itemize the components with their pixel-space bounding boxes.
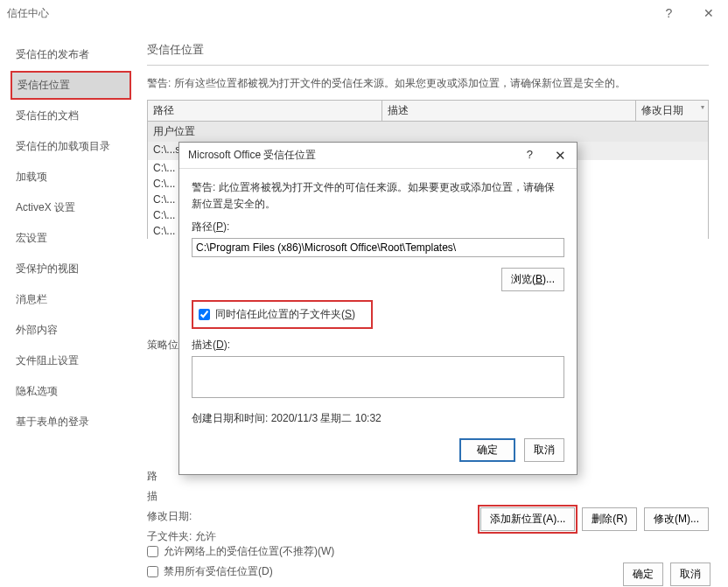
window-title: 信任中心 <box>7 6 49 21</box>
subfolders-checkbox[interactable] <box>199 309 210 320</box>
col-desc[interactable]: 描述 <box>382 101 636 121</box>
sidebar-item-form-login[interactable]: 基于表单的登录 <box>10 408 131 437</box>
sidebar-item-privacy[interactable]: 隐私选项 <box>10 377 131 406</box>
dialog-titlebar: Microsoft Office 受信任位置 ? ✕ <box>179 143 577 169</box>
sidebar-item-macro[interactable]: 宏设置 <box>10 224 131 253</box>
table-header: 路径 描述 修改日期 <box>147 100 709 122</box>
page-title: 受信任位置 <box>147 42 709 66</box>
dialog-title-text: Microsoft Office 受信任位置 <box>188 148 316 163</box>
description-input[interactable] <box>192 356 564 398</box>
close-icon[interactable]: ✕ <box>689 0 728 26</box>
allow-network-input[interactable] <box>147 546 158 557</box>
detail-desc-label: 描 <box>147 489 709 504</box>
col-date[interactable]: 修改日期 <box>636 101 708 121</box>
footer: 确定 取消 <box>0 560 728 587</box>
desc-label: 描述(D): <box>192 338 564 353</box>
sidebar-item-trusted-addins[interactable]: 受信任的加载项目录 <box>10 132 131 161</box>
group-user-locations: 用户位置 <box>147 122 709 142</box>
dialog-warning: 警告: 此位置将被视为打开文件的可信任来源。如果要更改或添加位置，请确保新位置是… <box>192 179 564 213</box>
add-location-button[interactable]: 添加新位置(A)... <box>480 507 575 531</box>
sidebar-item-trusted-locations[interactable]: 受信任位置 <box>10 71 131 100</box>
col-path[interactable]: 路径 <box>148 101 382 121</box>
warning-text: 警告: 所有这些位置都被视为打开文件的受信任来源。如果您更改或添加位置，请确保新… <box>147 76 709 91</box>
sidebar-item-addins[interactable]: 加载项 <box>10 163 131 192</box>
sidebar-item-external[interactable]: 外部内容 <box>10 316 131 345</box>
sidebar-item-activex[interactable]: ActiveX 设置 <box>10 193 131 222</box>
allow-network-checkbox[interactable]: 允许网络上的受信任位置(不推荐)(W) <box>147 544 334 559</box>
dialog-ok-button[interactable]: 确定 <box>459 438 515 462</box>
sidebar-item-trusted-docs[interactable]: 受信任的文档 <box>10 101 131 130</box>
remove-button[interactable]: 删除(R) <box>582 507 637 531</box>
help-icon[interactable]: ? <box>649 0 689 26</box>
modify-button[interactable]: 修改(M)... <box>644 507 709 531</box>
sidebar: 受信任的发布者 受信任位置 受信任的文档 受信任的加载项目录 加载项 Activ… <box>0 26 131 560</box>
titlebar: 信任中心 ? ✕ <box>0 0 728 26</box>
sidebar-item-file-block[interactable]: 文件阻止设置 <box>10 346 131 375</box>
location-actions: 添加新位置(A)... 删除(R) 修改(M)... <box>480 507 709 531</box>
subfolders-label: 同时信任此位置的子文件夹(S) <box>215 307 355 322</box>
browse-button[interactable]: 浏览(B)... <box>501 268 564 291</box>
window-controls: ? ✕ <box>649 0 728 26</box>
dialog-body: 警告: 此位置将被视为打开文件的可信任来源。如果要更改或添加位置，请确保新位置是… <box>179 169 577 474</box>
detail-subfolders: 子文件夹: 允许 <box>147 529 709 544</box>
disable-all-input[interactable] <box>147 566 158 577</box>
subfolders-checkbox-row[interactable]: 同时信任此位置的子文件夹(S) <box>192 300 373 329</box>
trusted-location-dialog: Microsoft Office 受信任位置 ? ✕ 警告: 此位置将被视为打开… <box>178 142 578 475</box>
path-input[interactable] <box>192 238 564 257</box>
ok-button[interactable]: 确定 <box>623 563 663 586</box>
dialog-close-icon[interactable]: ✕ <box>555 148 566 164</box>
sidebar-item-message-bar[interactable]: 消息栏 <box>10 285 131 314</box>
trust-options: 允许网络上的受信任位置(不推荐)(W) 禁用所有受信任位置(D) <box>147 544 334 584</box>
selected-details: 路 描 修改日期: 子文件夹: 允许 <box>147 469 709 544</box>
dialog-cancel-button[interactable]: 取消 <box>524 438 564 462</box>
dialog-help-icon[interactable]: ? <box>527 148 533 161</box>
dialog-actions: 确定 取消 <box>192 438 564 462</box>
created-datetime: 创建日期和时间: 2020/11/3 星期二 10:32 <box>192 411 564 426</box>
disable-all-checkbox[interactable]: 禁用所有受信任位置(D) <box>147 564 334 579</box>
sidebar-item-protected-view[interactable]: 受保护的视图 <box>10 255 131 283</box>
cancel-button[interactable]: 取消 <box>670 563 710 586</box>
sidebar-item-trusted-publishers[interactable]: 受信任的发布者 <box>10 40 131 69</box>
path-label: 路径(P): <box>192 220 564 234</box>
